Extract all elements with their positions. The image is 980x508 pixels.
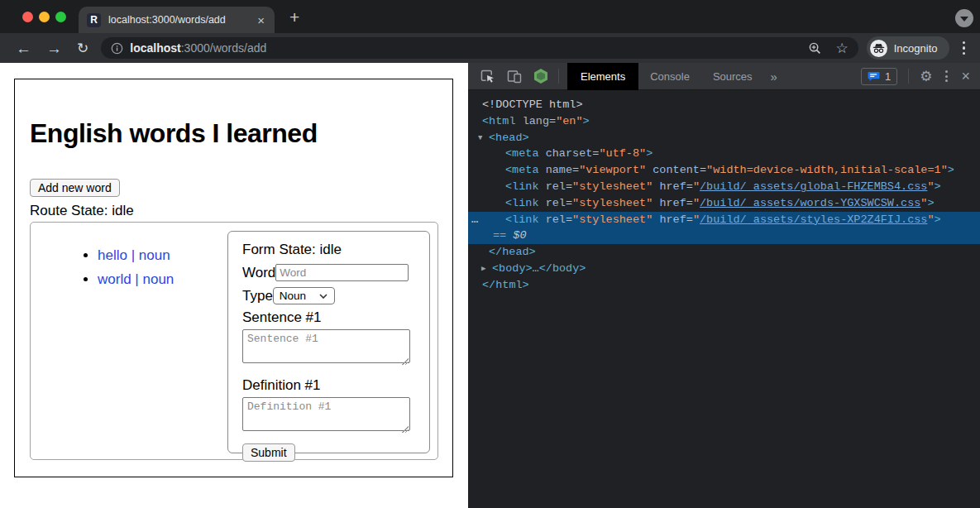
devtools-panel: Elements Console Sources » 1 ⚙ × <!DOCTY…: [468, 63, 980, 508]
incognito-label: Incognito: [894, 42, 938, 55]
url-text: localhost:3000/words/add: [130, 41, 266, 55]
definition-textarea[interactable]: [242, 397, 410, 431]
select-chevron-icon: [319, 294, 327, 299]
definition-label: Definition #1: [242, 377, 416, 394]
tab-close-icon[interactable]: ×: [256, 14, 266, 26]
dom-tree-node[interactable]: <html lang="en">: [468, 113, 980, 130]
form-state-text: Form State: idle: [242, 242, 416, 258]
fullscreen-window-button[interactable]: [55, 12, 66, 22]
type-label: Type: [242, 288, 273, 304]
issues-button[interactable]: 1: [861, 68, 897, 85]
incognito-badge: Incognito: [867, 36, 949, 60]
word-list: hello | nounworld | noun: [31, 247, 174, 295]
type-select[interactable]: Noun: [273, 287, 335, 304]
devtools-close-button[interactable]: ×: [961, 68, 970, 85]
toolbar-separator: [908, 69, 909, 84]
settings-gear-icon[interactable]: ⚙: [920, 68, 932, 85]
site-info-icon[interactable]: [111, 42, 123, 55]
more-tabs-icon[interactable]: »: [764, 69, 784, 84]
sentence-textarea[interactable]: [242, 329, 410, 363]
add-new-word-button[interactable]: Add new word: [30, 179, 120, 197]
url-host: localhost: [130, 41, 180, 55]
route-state-text: Route State: idle: [30, 203, 134, 219]
devtools-toolbar: Elements Console Sources » 1 ⚙ ×: [468, 63, 980, 90]
dom-tree-node[interactable]: </html>: [468, 277, 980, 294]
page-viewport: English words I learned Add new word Rou…: [0, 63, 468, 508]
device-toolbar-icon[interactable]: [507, 69, 522, 84]
devtools-menu-button[interactable]: [940, 67, 953, 85]
browser-toolbar: ← → ↻ localhost:3000/words/add ☆ Incogni…: [0, 33, 980, 63]
browser-window: R localhost:3000/words/add × + ← → ↻ loc…: [0, 0, 980, 508]
tab-bar: R localhost:3000/words/add × +: [0, 0, 980, 33]
add-word-form: Form State: idle Word Type Noun Sentence…: [227, 231, 430, 453]
type-select-value: Noun: [280, 290, 306, 302]
tab-elements[interactable]: Elements: [567, 63, 638, 90]
dom-tree-node[interactable]: <meta charset="utf-8">: [468, 146, 980, 162]
dom-tree: <!DOCTYPE html><html lang="en">▼<head><m…: [468, 90, 980, 508]
incognito-icon: [870, 40, 887, 57]
remix-favicon-icon: R: [87, 13, 101, 27]
address-bar[interactable]: localhost:3000/words/add ☆: [101, 37, 858, 59]
close-window-button[interactable]: [22, 12, 33, 22]
dom-tree-node[interactable]: == $0: [468, 228, 980, 244]
dom-tree-node[interactable]: <!DOCTYPE html>: [468, 97, 980, 113]
node-overflow-dots[interactable]: …: [471, 212, 479, 228]
dom-tree-node[interactable]: <meta name="viewport" content="width=dev…: [468, 162, 980, 179]
word-link[interactable]: hello | noun: [98, 247, 170, 263]
bookmark-star-icon[interactable]: ☆: [835, 40, 848, 57]
word-label: Word: [242, 265, 275, 281]
minimize-window-button[interactable]: [39, 12, 50, 22]
submit-button[interactable]: Submit: [242, 443, 295, 462]
dom-tree-node[interactable]: <link rel="stylesheet" href="/build/_ass…: [468, 195, 980, 212]
definition-textarea-wrap: [242, 397, 410, 434]
tab-search-button[interactable]: [955, 9, 973, 27]
reload-button[interactable]: ↻: [69, 41, 96, 55]
dom-tree-node[interactable]: ▼<head>: [468, 130, 980, 146]
word-list-item: hello | noun: [98, 247, 174, 264]
chevron-down-icon: [960, 17, 968, 22]
word-list-item: world | noun: [98, 271, 174, 288]
tab-title: localhost:3000/words/add: [108, 14, 256, 26]
zoom-page-icon[interactable]: [808, 41, 822, 55]
back-button[interactable]: ←: [8, 41, 39, 56]
extension-hexagon-icon[interactable]: [534, 69, 547, 84]
tab-console[interactable]: Console: [638, 63, 701, 90]
sentence-textarea-wrap: [242, 329, 410, 367]
word-link[interactable]: world | noun: [98, 271, 174, 287]
chat-bubble-icon: [868, 71, 880, 82]
word-input[interactable]: [275, 264, 409, 281]
words-panel: hello | nounworld | noun Form State: idl…: [30, 222, 438, 460]
app-container: English words I learned Add new word Rou…: [14, 79, 453, 477]
expand-arrow-right-icon[interactable]: ▶: [481, 261, 492, 278]
traffic-lights: [22, 12, 66, 22]
url-path: :3000/words/add: [181, 41, 267, 55]
forward-button[interactable]: →: [39, 41, 69, 56]
expand-arrow-down-icon[interactable]: ▼: [478, 131, 489, 147]
dom-tree-node[interactable]: <link rel="stylesheet" href="/build/_ass…: [468, 179, 980, 195]
tab-sources[interactable]: Sources: [701, 63, 764, 90]
dom-tree-node[interactable]: ▶<body>…</body>: [468, 261, 980, 277]
dom-tree-node[interactable]: …<link rel="stylesheet" href="/build/_as…: [468, 212, 980, 228]
sentence-label: Sentence #1: [242, 309, 416, 326]
browser-menu-button[interactable]: [956, 38, 973, 59]
page-title: English words I learned: [30, 118, 318, 149]
toolbar-separator: [558, 69, 559, 84]
new-tab-button[interactable]: +: [284, 6, 304, 29]
issues-count: 1: [885, 70, 891, 83]
dom-tree-node[interactable]: </head>: [468, 244, 980, 261]
browser-tab[interactable]: R localhost:3000/words/add ×: [79, 7, 275, 33]
inspect-element-icon[interactable]: [480, 69, 495, 84]
